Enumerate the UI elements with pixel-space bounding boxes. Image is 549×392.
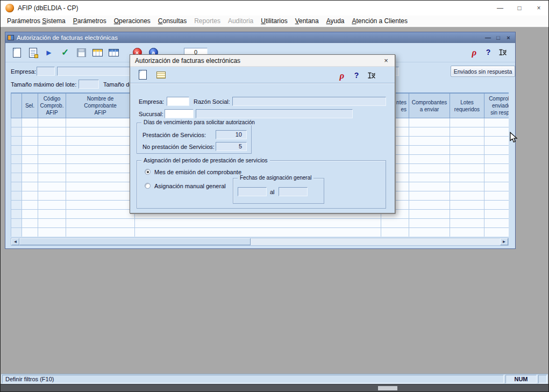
dialog-exit-icon[interactable]: ρ bbox=[337, 70, 347, 81]
table-cell[interactable] bbox=[484, 173, 509, 182]
table-cell[interactable] bbox=[11, 164, 22, 173]
menu-item-parametros-sistema[interactable]: Parámetros Sistema bbox=[3, 16, 69, 26]
properties-icon[interactable] bbox=[26, 46, 40, 60]
exit-icon[interactable]: ρ bbox=[469, 47, 480, 58]
table-cell[interactable] bbox=[38, 164, 66, 173]
table-cell[interactable] bbox=[484, 155, 509, 164]
table-cell[interactable] bbox=[11, 173, 22, 182]
radio-asignacion-manual-label[interactable]: Asignación manual general bbox=[154, 183, 226, 189]
table-cell[interactable] bbox=[66, 146, 135, 155]
table-cell[interactable] bbox=[135, 219, 381, 228]
table-cell[interactable] bbox=[38, 191, 66, 201]
table-cell[interactable] bbox=[11, 228, 22, 237]
menu-item-atencion-a-clientes[interactable]: Atención a Clientes bbox=[348, 16, 411, 26]
menu-item-ventana[interactable]: Ventana bbox=[291, 16, 323, 26]
column-header-2[interactable]: Código Comprob. AFIP bbox=[38, 94, 66, 118]
child-close-button[interactable]: × bbox=[504, 34, 513, 42]
table-cell[interactable] bbox=[38, 155, 66, 164]
table-cell[interactable] bbox=[66, 191, 135, 201]
close-button[interactable]: × bbox=[529, 1, 548, 16]
table-cell[interactable] bbox=[66, 201, 135, 210]
table-cell[interactable] bbox=[484, 146, 509, 155]
table-cell[interactable] bbox=[22, 164, 38, 173]
lotes-grid-icon[interactable] bbox=[90, 46, 104, 60]
maximize-button[interactable]: □ bbox=[510, 1, 529, 16]
sucursal-field[interactable] bbox=[165, 109, 194, 118]
table-cell[interactable] bbox=[22, 228, 38, 237]
table-cell[interactable] bbox=[38, 228, 66, 237]
table-cell[interactable] bbox=[66, 118, 135, 127]
table-row[interactable] bbox=[11, 228, 509, 237]
child-minimize-button[interactable]: — bbox=[483, 34, 493, 42]
table-cell[interactable] bbox=[11, 127, 22, 137]
table-cell[interactable] bbox=[409, 210, 450, 219]
table-cell[interactable] bbox=[22, 146, 38, 155]
table-cell[interactable] bbox=[22, 201, 38, 210]
table-cell[interactable] bbox=[409, 228, 450, 237]
enviados-sin-respuesta-button[interactable]: Enviados sin respuesta bbox=[451, 66, 515, 77]
dialog-help-icon[interactable]: ? bbox=[351, 70, 362, 81]
table-cell[interactable] bbox=[22, 210, 38, 219]
table-cell[interactable] bbox=[484, 182, 509, 191]
export-grid-icon[interactable] bbox=[106, 46, 120, 60]
table-cell[interactable] bbox=[66, 137, 135, 146]
table-cell[interactable] bbox=[66, 164, 135, 173]
table-cell[interactable] bbox=[66, 228, 135, 237]
table-cell[interactable] bbox=[38, 201, 66, 210]
dialog-titlebar[interactable]: Autorización de facturas electrónicas × bbox=[130, 55, 395, 67]
table-cell[interactable] bbox=[66, 155, 135, 164]
table-cell[interactable] bbox=[409, 118, 450, 127]
table-cell[interactable] bbox=[38, 173, 66, 182]
column-header-1[interactable]: Sel. bbox=[22, 94, 38, 118]
radio-mes-emision[interactable] bbox=[145, 169, 151, 175]
column-header-7[interactable]: Lotes requeridos bbox=[450, 94, 484, 118]
main-titlebar[interactable]: AFIP (dbELDIA - CP) — □ × bbox=[1, 1, 548, 16]
table-cell[interactable] bbox=[484, 164, 509, 173]
menu-item-operaciones[interactable]: Operaciones bbox=[110, 16, 154, 26]
table-cell[interactable] bbox=[66, 173, 135, 182]
table-cell[interactable] bbox=[484, 137, 509, 146]
table-cell[interactable] bbox=[22, 118, 38, 127]
table-cell[interactable] bbox=[450, 210, 484, 219]
child-maximize-button[interactable]: □ bbox=[494, 34, 503, 42]
table-cell[interactable] bbox=[22, 155, 38, 164]
table-cell[interactable] bbox=[22, 137, 38, 146]
minimize-button[interactable]: — bbox=[490, 1, 510, 16]
child-titlebar[interactable]: Autorización de facturas electrónicas — … bbox=[5, 32, 515, 43]
table-cell[interactable] bbox=[11, 137, 22, 146]
table-cell[interactable] bbox=[484, 219, 509, 228]
new-icon[interactable] bbox=[10, 46, 24, 60]
table-cell[interactable] bbox=[38, 182, 66, 191]
table-cell[interactable] bbox=[450, 155, 484, 164]
table-cell[interactable] bbox=[450, 191, 484, 201]
table-cell[interactable] bbox=[11, 219, 22, 228]
table-cell[interactable] bbox=[450, 127, 484, 137]
table-cell[interactable] bbox=[38, 118, 66, 127]
menu-item-parametros[interactable]: Parámetros bbox=[69, 16, 110, 26]
column-header-8[interactable]: Comproba enviado sin respu bbox=[484, 94, 509, 118]
save-icon[interactable] bbox=[74, 46, 88, 60]
table-cell[interactable] bbox=[450, 146, 484, 155]
menu-item-ayuda[interactable]: Ayuda bbox=[323, 16, 348, 26]
table-cell[interactable] bbox=[450, 137, 484, 146]
table-cell[interactable] bbox=[409, 155, 450, 164]
table-cell[interactable] bbox=[11, 182, 22, 191]
table-cell[interactable] bbox=[11, 191, 22, 201]
table-cell[interactable] bbox=[409, 182, 450, 191]
table-cell[interactable] bbox=[38, 127, 66, 137]
table-cell[interactable] bbox=[450, 173, 484, 182]
table-cell[interactable] bbox=[22, 173, 38, 182]
table-cell[interactable] bbox=[450, 228, 484, 237]
scroll-left-arrow[interactable]: ◄ bbox=[11, 238, 19, 245]
table-cell[interactable] bbox=[484, 191, 509, 201]
table-cell[interactable] bbox=[22, 127, 38, 137]
table-cell[interactable] bbox=[409, 137, 450, 146]
table-cell[interactable] bbox=[38, 137, 66, 146]
table-cell[interactable] bbox=[450, 164, 484, 173]
dialog-close-button[interactable]: × bbox=[377, 55, 395, 66]
table-cell[interactable] bbox=[409, 164, 450, 173]
column-header-0[interactable] bbox=[11, 94, 22, 118]
confirm-icon[interactable]: ✓ bbox=[58, 46, 72, 60]
table-cell[interactable] bbox=[409, 191, 450, 201]
table-cell[interactable] bbox=[66, 219, 135, 228]
